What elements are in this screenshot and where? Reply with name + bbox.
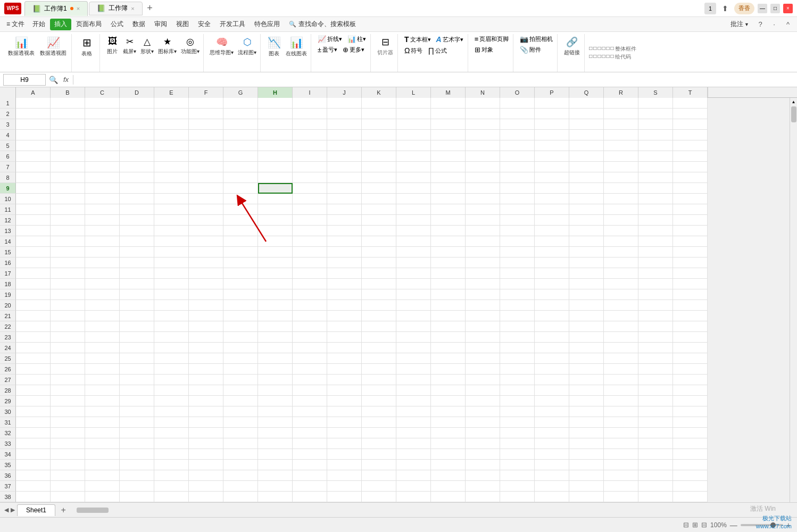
cell-I35[interactable] [293,460,327,470]
cell-Q3[interactable] [569,119,604,130]
cell-D38[interactable] [120,492,154,502]
cell-A21[interactable] [16,311,51,321]
cell-H37[interactable] [258,481,293,492]
cell-A20[interactable] [16,300,51,311]
cell-N17[interactable] [466,268,500,279]
cell-G17[interactable] [223,268,258,279]
cell-D22[interactable] [120,321,154,332]
cell-Q24[interactable] [569,343,604,353]
cell-E4[interactable] [154,130,189,140]
row-header-4[interactable]: 4 [0,130,16,140]
cell-I21[interactable] [293,311,327,321]
vertical-scrollbar[interactable]: ▲ [790,98,797,502]
cell-R15[interactable] [604,247,638,257]
cell-J24[interactable] [327,343,362,353]
titlebar-num[interactable]: 1 [704,3,716,14]
cell-I29[interactable] [293,396,327,406]
cell-D7[interactable] [120,162,154,172]
cell-S25[interactable] [638,353,673,364]
row-header-16[interactable]: 16 [0,257,16,268]
cell-K6[interactable] [362,151,396,162]
cell-L38[interactable] [396,492,431,502]
btn-hyperlink[interactable]: 🔗 超链接 [562,34,582,57]
cell-B4[interactable] [51,130,85,140]
btn-shape[interactable]: △ 形状▾ [139,34,155,56]
cell-M10[interactable] [431,194,466,204]
cell-G3[interactable] [223,119,258,130]
cell-G34[interactable] [223,449,258,460]
cell-N30[interactable] [466,406,500,417]
cell-M26[interactable] [431,364,466,375]
cell-G11[interactable] [223,204,258,215]
cell-Q13[interactable] [569,226,604,236]
cell-D34[interactable] [120,449,154,460]
cell-L31[interactable] [396,417,431,428]
cell-reference-box[interactable]: H9 [3,74,46,86]
cell-S27[interactable] [638,375,673,385]
cell-H23[interactable] [258,332,293,343]
cell-B22[interactable] [51,321,85,332]
cell-J25[interactable] [327,353,362,364]
cell-R21[interactable] [604,311,638,321]
cell-R29[interactable] [604,396,638,406]
menu-home[interactable]: 开始 [28,19,49,30]
cell-E22[interactable] [154,321,189,332]
cell-H24[interactable] [258,343,293,353]
btn-table[interactable]: ⊞ 表格 [77,34,96,59]
cell-R3[interactable] [604,119,638,130]
cell-L27[interactable] [396,375,431,385]
cell-I10[interactable] [293,194,327,204]
btn-formula[interactable]: ∏ 公式 [426,45,449,56]
win-close[interactable]: × [783,4,793,13]
cell-D36[interactable] [120,470,154,481]
cell-B33[interactable] [51,438,85,449]
cell-E3[interactable] [154,119,189,130]
btn-arttext[interactable]: A 艺术字▾ [434,34,466,45]
cell-D23[interactable] [120,332,154,343]
row-header-5[interactable]: 5 [0,140,16,151]
cell-H1[interactable] [258,98,293,109]
cell-N11[interactable] [466,204,500,215]
cell-G20[interactable] [223,300,258,311]
cell-R26[interactable] [604,364,638,375]
cell-E14[interactable] [154,236,189,247]
cell-H3[interactable] [258,119,293,130]
cell-I8[interactable] [293,172,327,183]
cell-H18[interactable] [258,279,293,289]
cell-K31[interactable] [362,417,396,428]
cell-B16[interactable] [51,257,85,268]
cell-F1[interactable] [189,98,223,109]
row-header-9[interactable]: 9 [0,183,16,194]
cell-D15[interactable] [120,247,154,257]
sheet-nav-left[interactable]: ◀ [4,506,9,513]
cell-G37[interactable] [223,481,258,492]
cell-O19[interactable] [500,289,535,300]
cell-T4[interactable] [673,130,708,140]
cell-F32[interactable] [189,428,223,438]
cell-P6[interactable] [535,151,569,162]
cell-R5[interactable] [604,140,638,151]
cell-E2[interactable] [154,109,189,119]
cell-S34[interactable] [638,449,673,460]
cell-C16[interactable] [85,257,120,268]
cell-Q17[interactable] [569,268,604,279]
menu-view[interactable]: 视图 [172,19,193,30]
cell-A19[interactable] [16,289,51,300]
win-maximize[interactable]: □ [770,4,780,13]
btn-pivot-table[interactable]: 📊 数据透视表 [6,34,36,57]
cell-D4[interactable] [120,130,154,140]
row-header-17[interactable]: 17 [0,268,16,279]
cell-B25[interactable] [51,353,85,364]
cell-O9[interactable] [500,183,535,194]
cell-G9[interactable] [223,183,258,194]
cell-H28[interactable] [258,385,293,396]
cell-P8[interactable] [535,172,569,183]
cell-L16[interactable] [396,257,431,268]
btn-online-chart[interactable]: 📊 在线图表 [284,34,309,59]
cell-S30[interactable] [638,406,673,417]
cell-T2[interactable] [673,109,708,119]
cell-J18[interactable] [327,279,362,289]
cell-T9[interactable] [673,183,708,194]
cell-R4[interactable] [604,130,638,140]
cell-T8[interactable] [673,172,708,183]
